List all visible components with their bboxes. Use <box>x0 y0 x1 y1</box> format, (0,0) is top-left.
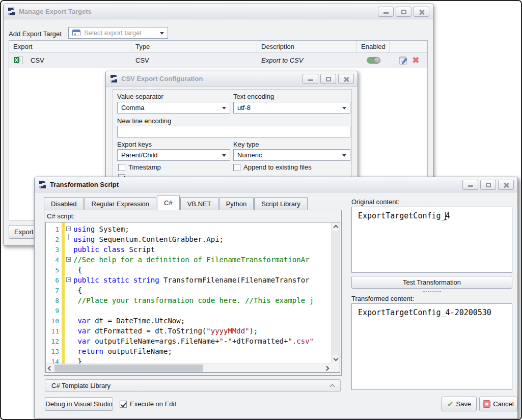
tab-c[interactable]: C# <box>157 195 180 210</box>
code-lines: 1using System;2using Sequentum.ContentGr… <box>46 222 331 363</box>
chevron-down-icon <box>342 107 346 109</box>
table-row[interactable]: CSV CSV Export to CSV ✖ <box>9 53 427 68</box>
scrollbar-thumb[interactable] <box>54 365 203 372</box>
new-line-encoding-input[interactable] <box>117 126 350 137</box>
app-logo-icon <box>7 7 16 16</box>
cancel-button-label: Cancel <box>493 400 513 408</box>
code-line: 12 var outputFileName=args.FileName+"-"+… <box>46 336 331 346</box>
tab-python[interactable]: Python <box>219 197 254 210</box>
close-icon[interactable] <box>414 7 429 17</box>
csv-file-icon <box>13 56 23 65</box>
vertical-scrollbar[interactable] <box>331 222 340 363</box>
chevron-down-icon <box>222 107 226 109</box>
code-line: 10 var dt = DateTime.UtcNow; <box>46 316 331 326</box>
value-separator-value: Comma <box>121 104 145 111</box>
script-titlebar[interactable]: Transformation Script <box>35 177 517 192</box>
maximize-icon[interactable] <box>396 7 411 17</box>
original-content-label: Original content: <box>351 198 400 206</box>
save-button[interactable]: ✔ Save <box>442 397 477 411</box>
text-encoding-label: Text encoding <box>233 93 274 100</box>
fold-collapse-icon[interactable] <box>66 227 71 231</box>
close-icon[interactable] <box>498 180 514 190</box>
chevron-up-icon <box>330 384 335 389</box>
maximize-icon[interactable] <box>480 180 496 190</box>
key-type-select[interactable]: Numeric <box>233 149 350 161</box>
cancel-x-icon: ✖ <box>483 400 490 408</box>
append-checkbox[interactable]: Append to existing files <box>233 163 312 171</box>
fold-collapse-icon[interactable] <box>66 257 71 262</box>
code-line: 2using Sequentum.ContentGrabber.Api; <box>46 234 331 244</box>
original-content-value: ExportTargetConfig_4 <box>358 211 450 220</box>
original-content-textarea[interactable]: ExportTargetConfig_4 <box>351 207 512 273</box>
column-header-description[interactable]: Description <box>257 41 357 52</box>
row-type: CSV <box>131 57 257 64</box>
column-header-type[interactable]: Type <box>131 41 257 52</box>
execute-on-edit-label: Execute on Edit <box>130 400 176 408</box>
scroll-up-icon[interactable] <box>334 225 339 230</box>
column-header-actions <box>390 41 427 52</box>
checkbox-box[interactable] <box>233 164 240 171</box>
column-header-export[interactable]: Export <box>9 41 131 52</box>
export-keys-select[interactable]: Parent/Child <box>117 149 230 161</box>
minimize-icon[interactable] <box>378 7 394 17</box>
enabled-toggle[interactable] <box>367 57 380 64</box>
debug-visual-studio-button[interactable]: Debug in Visual Studio <box>45 397 113 411</box>
code-line: 4//See help for a definition of Filename… <box>46 255 331 265</box>
execute-on-edit-checkbox[interactable]: Execute on Edit <box>120 400 176 408</box>
template-library-label: C# Template Library <box>51 382 111 389</box>
minimize-icon[interactable] <box>462 180 478 190</box>
code-line: 11 var dtFormatted = dt.ToString("yyyyMM… <box>46 326 331 336</box>
transformed-content-textarea[interactable]: ExportTargetConfig_4-20200530 <box>351 303 512 390</box>
manage-titlebar[interactable]: Manage Export Targets <box>4 4 433 19</box>
script-editor-label: C# script: <box>47 212 75 220</box>
tab-vb-net[interactable]: VB.NET <box>180 197 218 210</box>
tab-regular-expression[interactable]: Regular Expression <box>85 197 156 210</box>
code-line: 7 { <box>46 285 331 295</box>
cancel-button[interactable]: ✖ Cancel <box>479 397 517 411</box>
tab-disabled[interactable]: Disabled <box>44 197 84 210</box>
template-library-expander[interactable]: C# Template Library <box>45 379 341 392</box>
code-editor[interactable]: 1using System;2using Sequentum.ContentGr… <box>45 222 340 373</box>
scroll-down-icon[interactable] <box>334 356 339 361</box>
fold-collapse-icon[interactable] <box>66 277 71 282</box>
text-encoding-select[interactable]: utf-8 <box>233 102 350 114</box>
scroll-right-icon[interactable] <box>324 366 329 371</box>
scrollbar-thumb[interactable] <box>332 231 339 355</box>
code-line: 13 return outputFileName; <box>46 346 331 356</box>
checkbox-box[interactable] <box>118 164 125 171</box>
timestamp-checkbox[interactable]: Timestamp <box>118 163 161 171</box>
text-encoding-value: utf-8 <box>237 104 251 111</box>
value-separator-select[interactable]: Comma <box>117 102 230 114</box>
export-target-select-icon <box>72 30 80 36</box>
edit-icon[interactable] <box>398 55 408 66</box>
transformed-content-label: Transformed content: <box>351 295 414 302</box>
delete-icon[interactable]: ✖ <box>412 56 419 65</box>
toggle-knob <box>374 57 380 64</box>
row-description: Export to CSV <box>257 57 357 64</box>
transformed-content-value: ExportTargetConfig_4-20200530 <box>358 308 491 317</box>
app-logo-icon <box>38 180 47 189</box>
column-header-enabled[interactable]: Enabled <box>357 41 390 52</box>
scroll-left-icon[interactable] <box>48 366 53 371</box>
window-title: Transformation Script <box>50 181 119 188</box>
test-transformation-button[interactable]: Test Transformation <box>351 276 512 289</box>
tab-script-library[interactable]: Script Library <box>254 197 308 210</box>
code-line: 9 <box>46 305 331 316</box>
code-line: 1using System; <box>46 224 331 234</box>
maximize-icon[interactable] <box>320 74 336 84</box>
csv-config-titlebar[interactable]: CSV Export Configuration <box>106 71 358 87</box>
export-keys-value: Parent/Child <box>121 151 158 159</box>
checkbox-box[interactable] <box>120 401 127 408</box>
select-placeholder: Select export target <box>84 29 142 37</box>
close-icon[interactable] <box>338 74 354 84</box>
new-line-encoding-label: New line encoding <box>117 117 171 125</box>
tab-strip: DisabledRegular ExpressionC#VB.NETPython… <box>44 196 308 210</box>
script-tab-page: C# script: 1using System;2using Sequentu… <box>44 210 342 376</box>
horizontal-scrollbar[interactable] <box>46 363 331 372</box>
chevron-down-icon <box>222 154 226 157</box>
minimize-icon[interactable] <box>303 74 318 84</box>
test-transformation-label: Test Transformation <box>403 278 461 286</box>
splitter-handle[interactable] <box>423 291 441 292</box>
export-target-select[interactable]: Select export target <box>68 27 168 39</box>
window-title: CSV Export Configuration <box>121 75 203 82</box>
